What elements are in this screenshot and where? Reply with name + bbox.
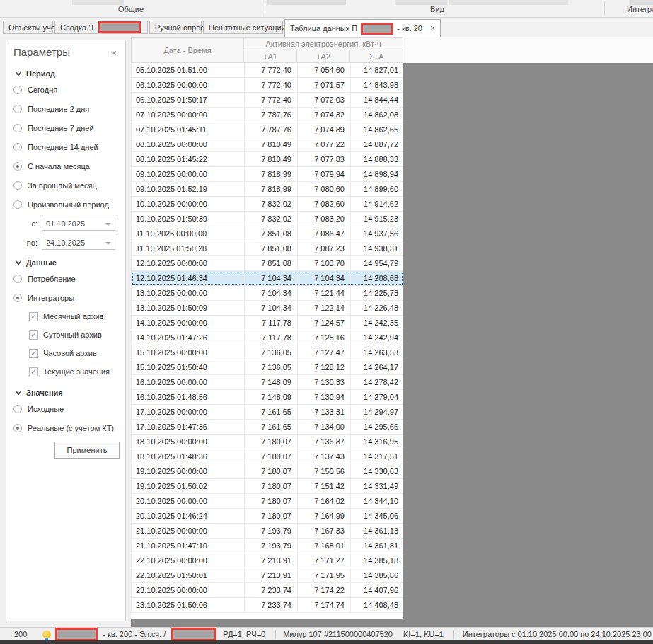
archive-checkbox-option[interactable]: Часовой архив [29,344,125,362]
cell-value: 7 818,99 [244,182,297,196]
cell-value: 14 862,65 [350,122,404,137]
table-row[interactable]: 23.10.2025 01:50:067 233,747 174,7414 40… [132,598,403,613]
period-radio-option[interactable]: За прошлый месяц [13,176,125,195]
table-row[interactable]: 13.10.2025 01:50:097 104,347 122,1414 22… [132,301,403,316]
cell-value: 7 171,27 [297,553,350,568]
table-row[interactable]: 18.10.2025 01:48:367 180,077 137,4314 31… [132,449,403,464]
cell-value: 14 938,31 [350,241,404,255]
table-row[interactable]: 14.10.2025 00:00:007 117,787 124,5714 24… [132,316,403,330]
archive-checkbox-option[interactable]: Текущие значения [29,362,125,381]
cell-value: 7 133,31 [297,405,350,419]
table-row[interactable]: 10.10.2025 01:50:397 832,027 083,2014 91… [132,212,403,226]
data-radio-option[interactable]: Потребление [13,269,125,288]
period-radio-option[interactable]: Сегодня [13,80,125,99]
document-tab[interactable]: Таблица данных П- кв. 20× [284,19,441,37]
cell-datetime: 06.10.2025 00:00:00 [132,78,244,92]
table-row[interactable]: 06.10.2025 01:50:177 772,407 072,0314 84… [132,93,403,108]
table-row[interactable]: 09.10.2025 00:00:007 818,997 079,9414 89… [132,167,403,182]
column-header-sum-a[interactable]: Σ+A [349,50,403,63]
section-header-period[interactable]: Период [16,67,125,80]
period-radio-option[interactable]: С начала месяца [13,156,125,176]
cell-datetime: 21.10.2025 01:47:10 [132,539,244,553]
checkbox-icon [29,330,38,340]
table-row[interactable]: 07.10.2025 01:45:117 787,767 074,8914 86… [132,122,403,137]
table-row[interactable]: 11.10.2025 01:50:287 851,087 087,2314 93… [132,241,403,256]
table-row[interactable]: 21.10.2025 01:47:107 193,797 168,0114 36… [132,539,403,553]
table-row[interactable]: 06.10.2025 00:00:007 772,407 071,5714 84… [132,78,403,93]
status-separator [275,630,276,639]
ribbon: Общие Вид Интегра [0,0,653,18]
dropdown-arrow-icon[interactable] [105,242,111,245]
table-row[interactable]: 19.10.2025 01:50:027 180,077 151,4214 33… [132,479,403,494]
table-row[interactable]: 22.10.2025 00:00:007 213,917 171,2714 38… [132,553,403,568]
cell-value: 7 128,12 [297,360,350,374]
section-header-data[interactable]: Данные [16,256,125,269]
dropdown-arrow-icon[interactable] [105,223,111,226]
table-body: 05.10.2025 01:51:007 772,407 054,6014 82… [131,63,403,613]
table-row[interactable]: 17.10.2025 01:47:367 161,657 134,0014 29… [132,420,403,435]
values-radio-option[interactable]: Исходные [13,399,125,418]
archive-checkbox-option[interactable]: Суточный архив [29,326,125,344]
data-radio-option[interactable]: Интеграторы [13,288,125,307]
table-row[interactable]: 05.10.2025 01:51:007 772,407 054,6014 82… [132,63,403,78]
table-row[interactable]: 12.10.2025 01:46:347 104,347 104,3414 20… [132,271,403,286]
archive-checkbox-option[interactable]: Месячный архив [29,307,125,326]
column-header-a1[interactable]: +A1 [243,50,297,63]
panel-title: Параметры [13,46,70,58]
document-tab[interactable]: Ручной опрос [149,21,202,34]
table-row[interactable]: 08.10.2025 01:45:227 810,497 077,8314 88… [132,152,403,167]
table-row[interactable]: 14.10.2025 01:47:267 117,787 125,1614 24… [132,330,403,345]
table-row[interactable]: 13.10.2025 00:00:007 104,347 121,4414 22… [132,286,403,301]
cell-datetime: 19.10.2025 00:00:00 [132,464,244,478]
cell-value: 14 225,78 [350,286,404,300]
document-tab[interactable]: Объекты учета [3,21,53,34]
cell-value: 7 193,79 [244,539,297,553]
cell-value: 7 080,60 [297,182,350,196]
cell-value: 14 385,86 [350,568,404,582]
table-row[interactable]: 16.10.2025 01:48:567 148,097 130,9414 27… [132,390,403,405]
table-row[interactable]: 17.10.2025 00:00:007 161,657 133,3114 29… [132,405,403,420]
table-row[interactable]: 16.10.2025 00:00:007 148,097 130,3314 27… [132,375,403,390]
date-to-input[interactable]: 24.10.2025 [42,236,115,250]
table-row[interactable]: 09.10.2025 01:52:197 818,997 080,6014 89… [132,182,403,197]
tab-close-icon[interactable]: × [430,24,435,33]
cell-value: 7 134,00 [297,420,350,434]
date-from-input[interactable]: 01.10.2025 [42,217,115,231]
table-row[interactable]: 18.10.2025 00:00:007 180,077 136,8714 31… [132,435,403,449]
period-radio-option[interactable]: Последние 14 дней [13,137,125,156]
table-row[interactable]: 07.10.2025 00:00:007 787,767 074,3214 86… [132,108,403,122]
table-row[interactable]: 12.10.2025 00:00:007 851,087 103,7014 95… [132,256,403,271]
column-header-datetime[interactable]: Дата - Время [131,37,244,63]
table-row[interactable]: 21.10.2025 00:00:007 193,797 167,3314 36… [132,524,403,539]
ribbon-group-separator [265,1,265,15]
chevron-down-icon [16,389,21,394]
period-radio-option[interactable]: Последние 7 дней [13,118,125,137]
section-header-values[interactable]: Значения [16,386,125,399]
radio-icon [13,86,22,94]
empty-grid-area [131,619,403,627]
cell-datetime: 15.10.2025 00:00:00 [132,345,244,360]
table-row[interactable]: 11.10.2025 00:00:007 851,087 086,4714 93… [132,226,403,241]
document-tab[interactable]: Сводка 'Т [54,21,148,34]
table-row[interactable]: 08.10.2025 00:00:007 810,497 077,2214 88… [132,137,403,152]
panel-close-icon[interactable]: × [111,47,117,59]
table-row[interactable]: 20.10.2025 00:00:007 180,077 164,0214 34… [132,494,403,509]
redaction-box [98,21,141,33]
period-radio-option[interactable]: Последние 2 дня [13,99,125,118]
document-tab[interactable]: Нештатные ситуации [203,21,283,34]
table-row[interactable]: 15.10.2025 00:00:007 136,057 127,4714 26… [132,345,403,360]
table-row[interactable]: 19.10.2025 00:00:007 180,077 150,5614 33… [132,464,403,479]
table-row[interactable]: 15.10.2025 01:50:487 136,057 128,1214 26… [132,360,403,375]
table-row[interactable]: 23.10.2025 00:00:007 233,747 174,2214 40… [132,583,403,598]
period-radio-option[interactable]: Произвольный период [13,195,125,214]
values-radio-option[interactable]: Реальные (с учетом КТ) [13,418,125,437]
column-header-a2[interactable]: +A2 [296,50,350,63]
cell-value: 14 407,96 [350,583,404,597]
table-row[interactable]: 20.10.2025 01:46:247 180,077 164,9914 34… [132,509,403,524]
cell-value: 7 213,91 [244,553,297,568]
cell-value: 7 174,22 [297,583,350,597]
table-row[interactable]: 10.10.2025 00:00:007 832,027 082,6014 91… [132,197,403,212]
table-row[interactable]: 22.10.2025 01:50:017 213,917 171,9514 38… [132,568,403,583]
column-group-header-active-energy[interactable]: Активная электроэнергия, кВт·ч [243,37,403,50]
apply-button[interactable]: Применить [54,442,120,459]
